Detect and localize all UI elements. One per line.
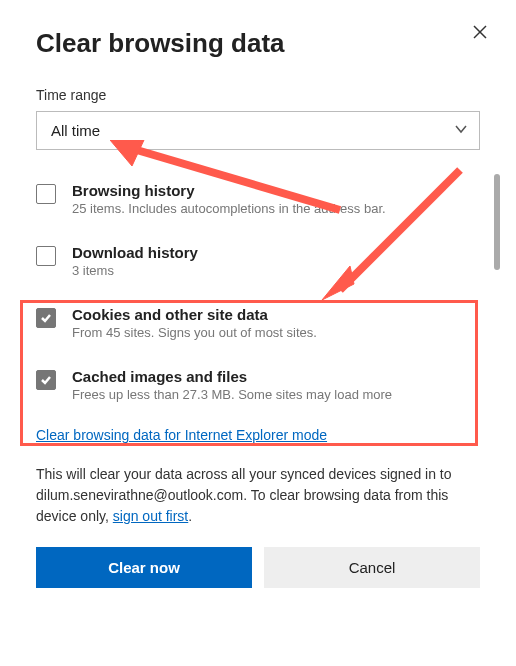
- dialog-buttons: Clear now Cancel: [36, 547, 480, 588]
- close-button[interactable]: [468, 20, 492, 44]
- option-cached[interactable]: Cached images and files Frees up less th…: [36, 360, 480, 410]
- option-label: Download history: [72, 244, 198, 261]
- close-icon: [472, 24, 488, 40]
- cancel-button[interactable]: Cancel: [264, 547, 480, 588]
- option-sub: 3 items: [72, 263, 198, 278]
- option-sub: Frees up less than 27.3 MB. Some sites m…: [72, 387, 392, 402]
- option-sub: From 45 sites. Signs you out of most sit…: [72, 325, 317, 340]
- clear-now-button[interactable]: Clear now: [36, 547, 252, 588]
- checkbox-cached[interactable]: [36, 370, 56, 390]
- data-type-list: Browsing history 25 items. Includes auto…: [36, 174, 480, 410]
- time-range-select-wrap: All time: [36, 111, 480, 150]
- option-label: Browsing history: [72, 182, 386, 199]
- info-prefix: This will clear your data across all you…: [36, 466, 452, 524]
- option-cookies[interactable]: Cookies and other site data From 45 site…: [36, 298, 480, 348]
- clear-browsing-data-dialog: Clear browsing data Time range All time …: [0, 0, 516, 666]
- option-label: Cookies and other site data: [72, 306, 317, 323]
- time-range-select[interactable]: All time: [36, 111, 480, 150]
- checkbox-cookies[interactable]: [36, 308, 56, 328]
- option-download-history[interactable]: Download history 3 items: [36, 236, 480, 286]
- option-sub: 25 items. Includes autocompletions in th…: [72, 201, 386, 216]
- checkbox-browsing-history[interactable]: [36, 184, 56, 204]
- check-icon: [40, 374, 52, 386]
- sign-out-link[interactable]: sign out first: [113, 508, 188, 524]
- sync-info-text: This will clear your data across all you…: [36, 464, 480, 527]
- checkbox-download-history[interactable]: [36, 246, 56, 266]
- scrollbar-thumb[interactable]: [494, 174, 500, 270]
- dialog-title: Clear browsing data: [36, 28, 480, 59]
- option-label: Cached images and files: [72, 368, 392, 385]
- option-browsing-history[interactable]: Browsing history 25 items. Includes auto…: [36, 174, 480, 224]
- time-range-label: Time range: [36, 87, 480, 103]
- check-icon: [40, 312, 52, 324]
- ie-mode-link[interactable]: Clear browsing data for Internet Explore…: [36, 427, 327, 443]
- info-suffix: .: [188, 508, 192, 524]
